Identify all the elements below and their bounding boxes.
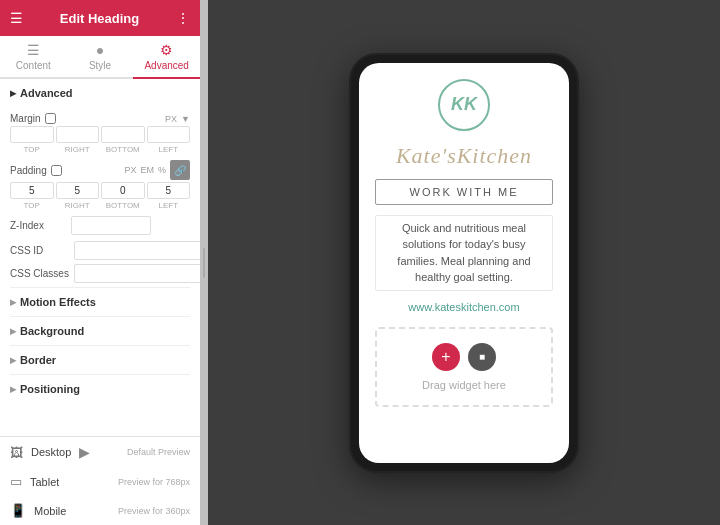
device-bar: 🖼 Desktop ▶ Default Preview ▭ Tablet Pre… <box>0 436 200 525</box>
style-icon: ● <box>96 42 104 58</box>
padding-left-label: LEFT <box>147 201 191 210</box>
margin-label: Margin PX ▼ <box>10 113 190 124</box>
panel-title: Edit Heading <box>23 11 176 26</box>
mobile-preview: Preview for 360px <box>118 506 190 516</box>
margin-inputs <box>10 126 190 143</box>
zindex-label: Z-Index <box>10 220 65 231</box>
phone-add-button[interactable]: + <box>432 343 460 371</box>
padding-rem-label[interactable]: % <box>158 165 166 175</box>
border-title[interactable]: Border <box>10 354 190 366</box>
margin-right-label: RIGHT <box>56 145 100 154</box>
phone-grid-button[interactable]: ■ <box>468 343 496 371</box>
padding-right-input[interactable] <box>56 182 100 199</box>
phone-mockup: KK Kate'sKitchen WORK WITH ME Quick and … <box>349 53 579 473</box>
tab-style-label: Style <box>89 60 111 71</box>
resize-handle[interactable] <box>200 0 208 525</box>
tab-advanced[interactable]: ⚙ Advanced <box>133 36 200 79</box>
tablet-device-item[interactable]: ▭ Tablet Preview for 768px <box>0 467 200 496</box>
cursor-icon: ▶ <box>79 444 90 460</box>
phone-brand-text: Kate'sKitchen <box>396 143 532 168</box>
css-id-row: CSS ID 🗑 <box>10 241 190 260</box>
margin-left-label: LEFT <box>147 145 191 154</box>
padding-checkbox-label <box>51 165 62 176</box>
background-section: Background <box>10 316 190 345</box>
motion-effects-section: Motion Effects <box>10 287 190 316</box>
tab-content-label: Content <box>16 60 51 71</box>
advanced-icon: ⚙ <box>160 42 173 58</box>
zindex-input[interactable] <box>71 216 151 235</box>
margin-checkbox-label <box>45 113 56 124</box>
background-title[interactable]: Background <box>10 325 190 337</box>
mobile-label: Mobile <box>34 505 66 517</box>
positioning-title[interactable]: Positioning <box>10 383 190 395</box>
tab-advanced-label: Advanced <box>144 60 188 71</box>
phone-description: Quick and nutritious meal solutions for … <box>375 215 553 291</box>
advanced-section-title: Advanced <box>10 87 73 99</box>
padding-link-btn[interactable]: 🔗 <box>170 160 190 180</box>
left-panel: ☰ Edit Heading ⋮ ☰ Content ● Style ⚙ Adv… <box>0 0 200 525</box>
panel-content: Advanced Margin PX ▼ TOP <box>0 79 200 436</box>
padding-bottom-label: BOTTOM <box>101 201 145 210</box>
padding-checkbox[interactable] <box>51 165 62 176</box>
margin-unit: PX ▼ <box>165 114 190 124</box>
panel-header: ☰ Edit Heading ⋮ <box>0 0 200 36</box>
tab-content[interactable]: ☰ Content <box>0 36 67 77</box>
css-classes-input[interactable] <box>74 264 200 283</box>
tab-style[interactable]: ● Style <box>67 36 134 77</box>
phone-drag-buttons: + ■ <box>432 343 496 371</box>
zindex-row: Z-Index <box>10 216 190 235</box>
desktop-icon: 🖼 <box>10 445 23 460</box>
margin-left-input[interactable] <box>147 126 191 143</box>
padding-top-label: TOP <box>10 201 54 210</box>
margin-bottom-label: BOTTOM <box>101 145 145 154</box>
padding-top-input[interactable] <box>10 182 54 199</box>
margin-input-labels: TOP RIGHT BOTTOM LEFT <box>10 145 190 154</box>
content-icon: ☰ <box>27 42 40 58</box>
css-id-label: CSS ID <box>10 245 70 256</box>
css-id-input[interactable] <box>74 241 200 260</box>
mobile-icon: 📱 <box>10 503 26 518</box>
phone-drag-text: Drag widget here <box>422 379 506 391</box>
tablet-icon: ▭ <box>10 474 22 489</box>
padding-em-label[interactable]: EM <box>140 165 154 175</box>
padding-input-labels: TOP RIGHT BOTTOM LEFT <box>10 201 190 210</box>
margin-bottom-input[interactable] <box>101 126 145 143</box>
phone-logo-text: KK <box>451 94 477 115</box>
margin-section: Margin PX ▼ TOP RIGHT BOTTOM LEFT <box>10 113 190 154</box>
back-icon[interactable]: ☰ <box>10 10 23 26</box>
motion-effects-title[interactable]: Motion Effects <box>10 296 190 308</box>
phone-cta-button[interactable]: WORK WITH ME <box>375 179 553 205</box>
phone-brand: Kate'sKitchen <box>396 143 532 169</box>
padding-left-input[interactable] <box>147 182 191 199</box>
phone-drag-area[interactable]: + ■ Drag widget here <box>375 327 553 407</box>
phone-screen: KK Kate'sKitchen WORK WITH ME Quick and … <box>359 63 569 463</box>
padding-px-label: PX <box>124 165 136 175</box>
mobile-device-item[interactable]: 📱 Mobile Preview for 360px <box>0 496 200 525</box>
panel-tabs: ☰ Content ● Style ⚙ Advanced <box>0 36 200 79</box>
padding-label: Padding PX EM % 🔗 <box>10 160 190 180</box>
tablet-preview: Preview for 768px <box>118 477 190 487</box>
right-area: KK Kate'sKitchen WORK WITH ME Quick and … <box>208 0 720 525</box>
padding-right-label: RIGHT <box>56 201 100 210</box>
grid-icon[interactable]: ⋮ <box>176 10 190 26</box>
tablet-label: Tablet <box>30 476 59 488</box>
phone-logo: KK <box>438 79 490 131</box>
margin-chevron[interactable]: ▼ <box>181 114 190 124</box>
padding-unit: PX EM % 🔗 <box>124 160 190 180</box>
padding-inputs <box>10 182 190 199</box>
desktop-label: Desktop <box>31 446 71 458</box>
css-classes-row: CSS Classes 🗑 <box>10 264 190 283</box>
padding-bottom-input[interactable] <box>101 182 145 199</box>
margin-right-input[interactable] <box>56 126 100 143</box>
css-classes-label: CSS Classes <box>10 268 70 279</box>
margin-top-label: TOP <box>10 145 54 154</box>
margin-px-label: PX <box>165 114 177 124</box>
phone-link[interactable]: www.kateskitchen.com <box>408 301 519 313</box>
desktop-device-item[interactable]: 🖼 Desktop ▶ Default Preview <box>0 437 200 467</box>
margin-top-input[interactable] <box>10 126 54 143</box>
border-section: Border <box>10 345 190 374</box>
positioning-section: Positioning <box>10 374 190 403</box>
margin-checkbox[interactable] <box>45 113 56 124</box>
padding-section: Padding PX EM % 🔗 TOP RIGHT <box>10 160 190 210</box>
desktop-preview: Default Preview <box>127 447 190 457</box>
